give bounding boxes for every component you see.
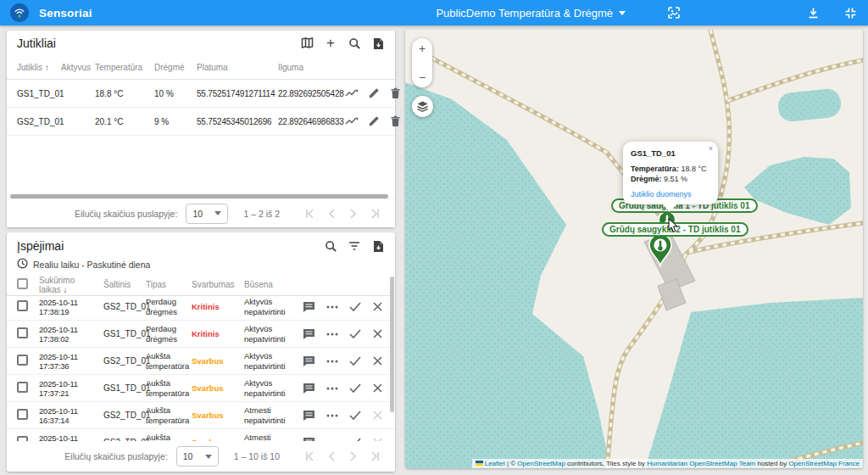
delete-icon[interactable]: [388, 87, 403, 101]
alerts-panel-title: Įspėjimai: [17, 239, 315, 253]
dismiss-icon[interactable]: [370, 299, 385, 314]
row-checkbox[interactable]: [17, 382, 28, 393]
more-options-icon[interactable]: [325, 327, 339, 341]
alert-time: 2025-10-11 17:37:21: [39, 379, 103, 398]
sensor-longitude: 22.892692505428: [278, 89, 344, 98]
search-icon[interactable]: [322, 238, 339, 254]
alert-row: 2025-10-11 16:37:14 GS2_TD_01 Aukšta tem…: [7, 402, 395, 429]
col-active[interactable]: Aktyvus: [61, 63, 95, 72]
leaflet-link[interactable]: Leaflet: [485, 460, 505, 467]
row-checkbox[interactable]: [17, 355, 28, 366]
edit-icon[interactable]: [366, 87, 381, 101]
col-type[interactable]: Tipas: [146, 280, 192, 289]
alert-time: 2025-10-11 17:38:19: [39, 298, 103, 316]
sensor-name: GS2_TD_01: [17, 117, 61, 126]
col-status[interactable]: Būsena: [244, 280, 302, 289]
page-size-select[interactable]: 10: [176, 446, 219, 467]
first-page-button[interactable]: [298, 448, 320, 465]
alerts-filter-info: Realiu laiku - Paskutinė diena: [7, 256, 395, 274]
layers-icon: [416, 100, 429, 113]
more-options-icon[interactable]: [325, 354, 339, 368]
col-latitude[interactable]: Platuma: [197, 63, 278, 72]
alerts-panel: Įspėjimai Realiu laiku - Paskutinė diena…: [7, 232, 395, 472]
zoom-out-button[interactable]: −: [419, 71, 426, 83]
add-sensor-button[interactable]: +: [322, 35, 339, 50]
dismiss-icon[interactable]: [370, 381, 385, 395]
last-page-button[interactable]: [364, 205, 387, 222]
sort-asc-icon: ↑: [45, 63, 49, 72]
next-page-button[interactable]: [342, 205, 364, 222]
last-page-button[interactable]: [364, 448, 387, 465]
acknowledge-icon[interactable]: [348, 354, 362, 368]
acknowledge-icon[interactable]: [348, 299, 362, 314]
row-checkbox[interactable]: [17, 409, 28, 420]
map-panel: Grūdų saugykla 1 - TD jutiklis 01 Grūdų …: [405, 30, 863, 468]
map-toggle-icon[interactable]: [298, 36, 315, 51]
acknowledge-icon[interactable]: [348, 408, 362, 422]
acknowledge-icon[interactable]: [348, 327, 362, 341]
col-source[interactable]: Šaltinis: [103, 280, 146, 289]
export-file-icon[interactable]: [370, 36, 387, 51]
chart-icon[interactable]: [344, 87, 359, 101]
prev-page-button[interactable]: [320, 448, 342, 465]
col-sensor[interactable]: Jutiklis↑: [17, 63, 61, 72]
comment-icon[interactable]: [302, 408, 316, 422]
project-selector[interactable]: PublicDemo Temperatūra & Drėgmė: [436, 7, 626, 20]
col-temperature[interactable]: Temperatūra: [95, 63, 154, 72]
first-page-button[interactable]: [298, 205, 320, 222]
delete-icon[interactable]: [388, 115, 403, 129]
alert-source: GS2_TD_01: [103, 356, 146, 366]
search-icon[interactable]: [346, 36, 363, 51]
row-checkbox[interactable]: [17, 300, 28, 311]
alert-severity: Svarbus: [192, 383, 244, 393]
download-icon[interactable]: [805, 5, 821, 20]
page-size-select[interactable]: 10: [186, 204, 228, 224]
comment-icon[interactable]: [302, 354, 316, 368]
alert-time: 2025-10-11 16:37:14: [39, 406, 103, 425]
select-all-checkbox[interactable]: [17, 278, 28, 289]
leaflet-map[interactable]: Grūdų saugykla 1 - TD jutiklis 01 Grūdų …: [405, 30, 863, 468]
fullscreen-exit-icon[interactable]: [843, 5, 858, 20]
prev-page-button[interactable]: [320, 205, 342, 222]
col-humidity[interactable]: Drėgmė: [154, 63, 197, 72]
osm-france-link[interactable]: OpenStreetMap France: [788, 460, 860, 467]
alert-row: 2025-10-11 17:37:21 GS1_TD_01 Aukšta tem…: [7, 375, 395, 402]
comment-icon[interactable]: [302, 381, 316, 395]
col-severity[interactable]: Svarbumas: [192, 280, 244, 289]
project-name: PublicDemo Temperatūra & Drėgmė: [436, 7, 613, 20]
alert-row: 2025-10-11 17:37:36 GS2_TD_01 Aukšta tem…: [7, 348, 395, 375]
more-options-icon[interactable]: [325, 299, 339, 314]
sensor-data-link[interactable]: Jutiklio duomenys: [631, 190, 692, 198]
popup-title: GS1_TD_01: [631, 148, 710, 158]
more-options-icon[interactable]: [325, 381, 339, 395]
col-created[interactable]: Sukūrimo laikas↓: [39, 276, 103, 294]
next-page-button[interactable]: [342, 448, 364, 465]
export-file-icon[interactable]: [370, 238, 387, 254]
hot-link[interactable]: Humanitarian OpenStreetMap Team: [647, 460, 755, 467]
sensor-temperature: 20.1 °C: [95, 117, 154, 126]
edit-icon[interactable]: [366, 115, 381, 129]
alert-row: 2025-10-11 17:38:19 GS2_TD_01 Perdaug dr…: [7, 293, 395, 321]
dismiss-icon[interactable]: [370, 354, 385, 368]
map-attribution: Leaflet | © OpenStreetMap contributors, …: [472, 459, 863, 468]
vertical-scrollbar[interactable]: [390, 277, 394, 412]
wallpaper-icon[interactable]: [666, 5, 682, 20]
more-options-icon[interactable]: [325, 408, 339, 422]
dismiss-icon[interactable]: [370, 327, 385, 341]
filter-icon[interactable]: [346, 238, 363, 254]
comment-icon[interactable]: [302, 327, 316, 341]
layers-button[interactable]: [412, 96, 433, 117]
alert-type: Aukšta temperatūra: [146, 405, 192, 425]
dismiss-icon: [370, 408, 385, 422]
osm-link[interactable]: OpenStreetMap: [517, 460, 565, 467]
chart-icon[interactable]: [344, 115, 359, 129]
col-longitude[interactable]: Ilguma: [278, 63, 344, 72]
popup-close-icon[interactable]: ×: [709, 144, 713, 153]
sensor-latitude: 55.75245345012696: [197, 117, 278, 126]
sort-desc-icon: ↓: [64, 285, 68, 294]
row-checkbox[interactable]: [17, 327, 28, 338]
zoom-in-button[interactable]: +: [419, 42, 426, 54]
alert-source: GS1_TD_01: [103, 329, 146, 338]
acknowledge-icon[interactable]: [348, 381, 362, 395]
comment-icon[interactable]: [302, 299, 316, 314]
